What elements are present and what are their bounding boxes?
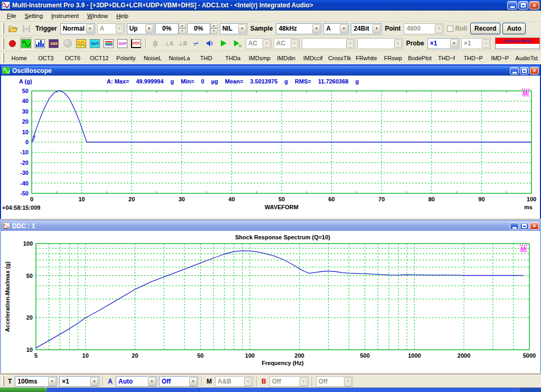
panel-tab-imdsmp[interactable]: IMDsmp bbox=[246, 53, 273, 63]
panel-tab-oct6[interactable]: OCT6 bbox=[59, 53, 86, 63]
open-file-icon[interactable] bbox=[6, 23, 19, 35]
trigger-delay-stepper[interactable]: ▲▼ bbox=[210, 23, 218, 34]
panel-tab-bodeplot[interactable]: BodePlot bbox=[406, 53, 433, 63]
svg-text:0: 0 bbox=[25, 139, 29, 145]
panel-tab-frswp[interactable]: FRswp bbox=[380, 53, 407, 63]
sampling-bits-combo[interactable]: 24Bit▼ bbox=[351, 23, 381, 34]
panel-tab-oct12[interactable]: OCT12 bbox=[86, 53, 113, 63]
run-icon[interactable] bbox=[218, 38, 230, 50]
panel-tab-thda[interactable]: THDa bbox=[219, 53, 246, 63]
svg-text:Frequency (Hz): Frequency (Hz) bbox=[262, 360, 304, 366]
svg-text:10: 10 bbox=[22, 129, 29, 135]
auto-button[interactable]: Auto bbox=[502, 23, 525, 34]
sampling-channel-combo[interactable]: A▼ bbox=[323, 23, 349, 34]
oscilloscope-minimize-button[interactable] bbox=[510, 67, 519, 74]
oscilloscope-maximize-button[interactable] bbox=[520, 67, 529, 74]
probe-a-combo[interactable]: ×1▼ bbox=[427, 38, 459, 49]
multimeter-icon[interactable]: 888 bbox=[48, 38, 60, 50]
svg-text:70: 70 bbox=[378, 196, 385, 202]
roll-checkbox: Roll bbox=[447, 25, 467, 32]
ddc-close-button[interactable]: × bbox=[530, 222, 539, 230]
panel-tab-thd~p[interactable]: THD~P bbox=[460, 53, 487, 63]
svg-text:50: 50 bbox=[26, 273, 33, 279]
close-button[interactable]: × bbox=[529, 1, 539, 10]
svg-text:30: 30 bbox=[22, 108, 29, 115]
svg-text:5: 5 bbox=[34, 352, 38, 359]
trigger-level-stepper[interactable]: ▲▼ bbox=[179, 23, 186, 34]
trigger-level-field[interactable]: 0% bbox=[155, 23, 179, 34]
panel-tab-noisel[interactable]: NoiseL bbox=[139, 53, 166, 63]
minimize-button[interactable] bbox=[507, 1, 517, 10]
panel-tab-oct3[interactable]: OCT3 bbox=[33, 53, 60, 63]
record-icon[interactable] bbox=[6, 38, 19, 50]
speaker-icon[interactable] bbox=[204, 38, 217, 50]
workspace: Oscilloscope × A (g) A: Max=49.999994gMi… bbox=[0, 64, 541, 375]
panel-tab-frwhite[interactable]: FRwhite bbox=[353, 53, 380, 63]
trigger-mode-combo[interactable]: Normal▼ bbox=[60, 23, 95, 34]
panel-tab-thd[interactable]: THD bbox=[193, 53, 220, 63]
trigger-edge-combo[interactable]: Up▼ bbox=[127, 23, 154, 34]
toolbar-bottom: T 100ms▼ ×1▼ A Auto▼ Off▼ M A&B▼ B Off▼ … bbox=[0, 375, 541, 388]
ddc-maximize-button[interactable] bbox=[520, 222, 529, 230]
mi-logo: Mi bbox=[520, 245, 527, 252]
svg-text:90: 90 bbox=[478, 196, 484, 202]
panel-tab-imddin[interactable]: IMDdin bbox=[273, 53, 300, 63]
srs-plot: 5102050100200500100020005000102050100Sho… bbox=[1, 231, 540, 372]
oscilloscope-close-button[interactable]: × bbox=[530, 67, 539, 74]
panel-tabs: HomeOCT3OCT6OCT12PolarityNoiseLNoiseLaTH… bbox=[0, 51, 541, 64]
timebase-combo[interactable]: 100ms▼ bbox=[15, 376, 57, 387]
svg-text:Acceleration-MaxImax (g): Acceleration-MaxImax (g) bbox=[4, 262, 11, 332]
ddc-minimize-button[interactable] bbox=[510, 222, 519, 230]
toolbar-grip[interactable] bbox=[2, 53, 4, 63]
svg-text:60: 60 bbox=[328, 196, 334, 202]
a-filter-combo[interactable]: Off▼ bbox=[159, 376, 198, 387]
b-filter-combo: Off▼ bbox=[269, 376, 309, 387]
signal-generator-icon[interactable]: ✂ bbox=[190, 38, 203, 50]
data-logger-icon[interactable] bbox=[75, 38, 88, 50]
menu-help[interactable]: Help bbox=[113, 12, 132, 20]
panel-tab-imdccif[interactable]: IMDccif bbox=[300, 53, 327, 63]
scope-stat: g bbox=[355, 78, 359, 85]
panel-tab-crosstlk[interactable]: CrossTlk bbox=[327, 53, 353, 63]
scope-stat: Min= bbox=[181, 78, 194, 85]
run-loop-icon[interactable] bbox=[231, 38, 244, 50]
lcr-meter-icon[interactable] bbox=[102, 38, 115, 50]
menu-file[interactable]: File bbox=[3, 12, 20, 20]
sampling-rate-combo[interactable]: 48kHz▼ bbox=[276, 23, 321, 34]
probe-b-combo: ×1▼ bbox=[461, 38, 491, 49]
probe-label: Probe bbox=[406, 40, 424, 47]
mi-logo: Mi bbox=[522, 89, 529, 96]
device-test-plan-icon[interactable]: DUT bbox=[89, 38, 101, 50]
menu-window[interactable]: Window bbox=[83, 12, 111, 20]
menu-setting[interactable]: Setting bbox=[21, 12, 46, 20]
panel-tab-audiotst[interactable]: AudioTst bbox=[513, 53, 540, 63]
spectrum-analyzer-icon[interactable] bbox=[34, 38, 46, 50]
panel-tab-home[interactable]: Home bbox=[6, 53, 33, 63]
panel-tab-noisela[interactable]: NoiseLa bbox=[166, 53, 193, 63]
toolbar-grip[interactable] bbox=[2, 38, 4, 49]
svg-text:5000: 5000 bbox=[523, 352, 536, 359]
svg-text:500: 500 bbox=[360, 352, 369, 359]
trigger-delay-field[interactable]: 0% bbox=[187, 23, 210, 34]
panel-tab-polarity[interactable]: Polarity bbox=[113, 53, 139, 63]
scope-stat: g bbox=[171, 78, 174, 85]
maximize-button[interactable] bbox=[518, 1, 528, 10]
ddp-viewer-icon[interactable]: DDP bbox=[116, 38, 129, 50]
oscilloscope-icon[interactable] bbox=[20, 38, 33, 50]
channel-a-indicator: A bbox=[108, 378, 113, 385]
panel-tab-thd~f[interactable]: THD~f bbox=[433, 53, 460, 63]
timebase-multiplier-combo[interactable]: ×1▼ bbox=[59, 376, 99, 387]
trigger-coupling-combo[interactable]: NIL▼ bbox=[220, 23, 247, 34]
record-button[interactable]: Record bbox=[470, 23, 500, 34]
toolbar-grip[interactable] bbox=[2, 377, 4, 386]
start-button-edge[interactable] bbox=[0, 388, 46, 392]
svg-text:50: 50 bbox=[22, 88, 29, 94]
math-channels-combo: A&B▼ bbox=[215, 376, 253, 387]
panel-tab-imd~p[interactable]: IMD~P bbox=[487, 53, 514, 63]
menu-instrument[interactable]: Instrument bbox=[48, 12, 82, 20]
scope-stat: Mean= bbox=[225, 78, 244, 85]
a-trigger-combo[interactable]: Auto▼ bbox=[116, 376, 157, 387]
input-level-meter: 100%(0.0 dBFS) bbox=[495, 38, 540, 49]
ddc-icon[interactable]: DDC bbox=[130, 38, 143, 50]
toolbar-grip[interactable] bbox=[2, 23, 4, 34]
